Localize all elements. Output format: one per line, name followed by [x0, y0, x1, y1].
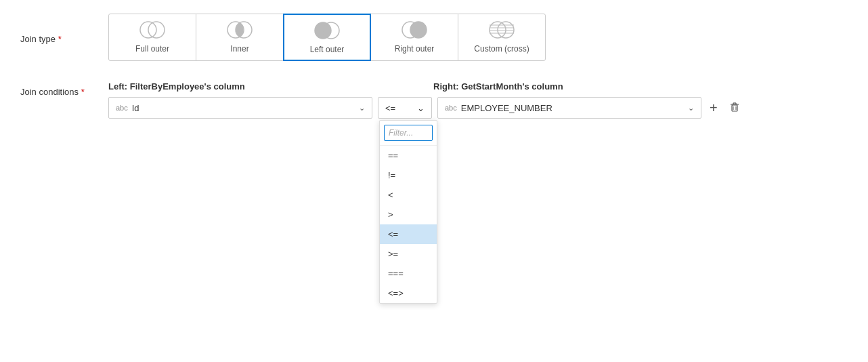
custom-cross-btn-label: Custom (cross)	[474, 44, 529, 54]
operator-option-gte[interactable]: >=	[380, 244, 437, 264]
right-outer-icon	[399, 20, 429, 40]
filter-input-wrapper	[380, 121, 437, 146]
full-outer-icon	[137, 20, 167, 40]
operator-option-lte[interactable]: <=	[380, 224, 437, 244]
delete-condition-button[interactable]	[726, 98, 743, 118]
conditions-data-row: abc Id ⌄ <= ⌄ == != < >	[108, 97, 743, 119]
conditions-header: Left: FilterByEmployee's column Right: G…	[108, 81, 743, 92]
operator-select[interactable]: <= ⌄	[378, 97, 432, 119]
join-type-left-outer[interactable]: Left outer	[283, 14, 371, 61]
operator-value: <=	[385, 103, 395, 113]
full-outer-btn-label: Full outer	[135, 44, 169, 54]
right-column-select[interactable]: abc EMPLOYEE_NUMBER ⌄	[437, 97, 701, 119]
trash-icon	[729, 101, 741, 113]
inner-btn-label: Inner	[230, 44, 248, 54]
right-abc-label: abc	[445, 104, 457, 112]
join-conditions-required: *	[81, 87, 85, 97]
left-column-select[interactable]: abc Id ⌄	[108, 97, 372, 119]
operator-option-gt[interactable]: >	[380, 205, 437, 224]
left-column-chevron: ⌄	[359, 104, 365, 113]
join-type-required: *	[58, 34, 62, 44]
right-col-header: Right: GetStartMonth's column	[433, 81, 697, 92]
svg-rect-17	[732, 105, 737, 111]
page-container: Join type * Full outer	[0, 0, 868, 132]
join-type-label: Join type *	[20, 34, 95, 44]
operator-option-spaceship[interactable]: <=>	[380, 283, 437, 303]
right-column-chevron: ⌄	[688, 104, 694, 113]
add-condition-button[interactable]: +	[707, 98, 720, 117]
inner-icon	[225, 20, 255, 40]
operator-chevron: ⌄	[417, 103, 425, 113]
join-type-inner[interactable]: Inner	[196, 14, 284, 61]
custom-cross-icon	[487, 20, 517, 40]
join-conditions-label: Join conditions *	[20, 87, 95, 97]
left-col-header: Left: FilterByEmployee's column	[108, 81, 372, 92]
left-abc-label: abc	[116, 104, 128, 112]
svg-point-7	[410, 22, 427, 38]
operator-option-eq[interactable]: ==	[380, 146, 437, 165]
right-column-value: EMPLOYEE_NUMBER	[461, 103, 682, 113]
conditions-content: Left: FilterByEmployee's column Right: G…	[108, 81, 743, 119]
operator-filter-input[interactable]	[384, 125, 433, 141]
join-type-custom-cross[interactable]: Custom (cross)	[458, 14, 546, 61]
operator-dropdown-menu: == != < > <= >= === <=>	[379, 120, 437, 304]
left-outer-btn-label: Left outer	[310, 45, 345, 54]
operator-option-strict-eq[interactable]: ===	[380, 264, 437, 283]
join-conditions-row: Join conditions * Left: FilterByEmployee…	[20, 81, 848, 119]
left-outer-icon	[312, 20, 342, 41]
operator-option-lt[interactable]: <	[380, 185, 437, 205]
operator-option-neq[interactable]: !=	[380, 165, 437, 185]
join-type-row: Join type * Full outer	[20, 14, 848, 61]
join-type-right-outer[interactable]: Right outer	[370, 14, 458, 61]
join-type-buttons: Full outer Inner	[108, 14, 545, 61]
left-column-value: Id	[132, 103, 353, 113]
join-type-full-outer[interactable]: Full outer	[108, 14, 196, 61]
right-outer-btn-label: Right outer	[395, 44, 435, 54]
